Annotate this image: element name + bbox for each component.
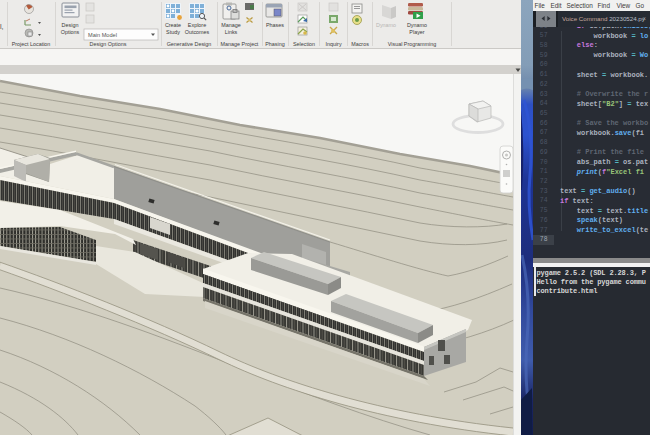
svg-text:Main Model: Main Model [88,32,117,38]
svg-text:l,: l, [0,23,4,30]
svg-text:Dynamo: Dynamo [376,22,396,28]
